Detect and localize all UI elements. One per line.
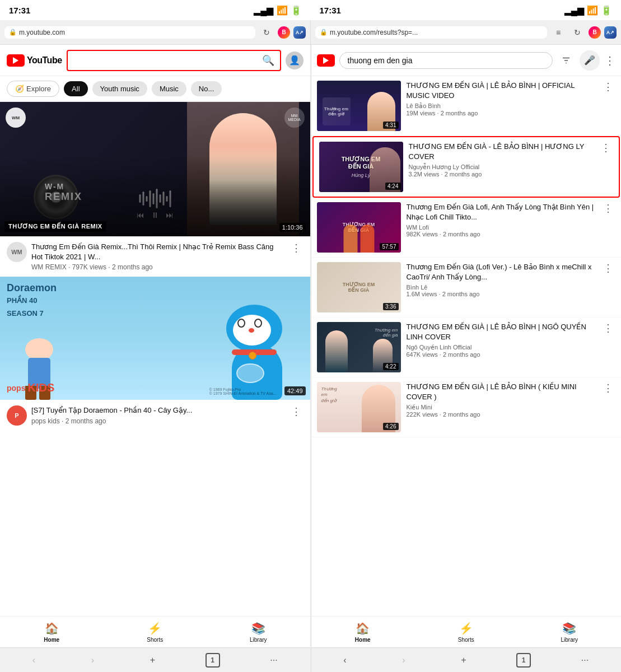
lock-icon-right: 🔒 xyxy=(320,29,328,36)
channel-avatar-pops: P xyxy=(7,405,27,426)
right-nav-library[interactable]: 📚 Library xyxy=(518,617,622,647)
library-icon-right: 📚 xyxy=(562,622,576,635)
result-title-3: Thương Em Đến Già Lofi, Anh Thấy Lòng Th… xyxy=(407,202,596,222)
right-more-browser-btn[interactable]: ··· xyxy=(576,652,594,669)
result-item-4[interactable]: THƯƠNG EMĐẾN GIÀ 3:36 Thương Em Đến Già … xyxy=(311,258,622,318)
result-more-btn-2[interactable]: ⋮ xyxy=(599,142,613,192)
left-nav-home[interactable]: 🏠 Home xyxy=(0,617,104,647)
result-item-1[interactable]: Thương emđến giờ 4:31 THƯƠNG EM ĐẾN GIÀ … xyxy=(311,76,622,136)
result-channel-4: Bình Lê xyxy=(407,284,596,291)
right-tab-count[interactable]: 1 xyxy=(516,653,531,668)
left-azul-icon[interactable]: A↗ xyxy=(293,26,306,39)
result-more-btn-6[interactable]: ⋮ xyxy=(601,382,615,432)
left-add-tab-btn[interactable]: + xyxy=(144,652,161,669)
right-brave-icon[interactable]: B xyxy=(589,26,601,39)
left-url-bar[interactable]: 🔒 m.youtube.com xyxy=(4,26,255,39)
second-video-thumb[interactable]: Doraemon PHẦN 40 SEASON 7 xyxy=(0,277,310,400)
home-label-left: Home xyxy=(44,637,59,643)
home-icon-left: 🏠 xyxy=(45,622,59,635)
shorts-label-right: Shorts xyxy=(458,637,474,643)
right-status-icons: ▂▄▆ 📶 🔋 xyxy=(564,5,612,16)
video2-more-btn[interactable]: ⋮ xyxy=(289,405,304,418)
result-title-6: THƯƠNG EM ĐẾN GIÀ | LÊ BẢO BÌNH ( KIỀU M… xyxy=(407,382,596,402)
left-brave-icon[interactable]: B xyxy=(278,26,290,39)
thumb-duration-2: 4:24 xyxy=(385,183,400,190)
right-azul-icon[interactable]: A↗ xyxy=(604,26,617,39)
dora-copyright: © 1969 Fujiko-Pro© 1979 SHIN-EI Animatio… xyxy=(209,388,277,395)
right-battery-icon: 🔋 xyxy=(601,5,612,16)
left-avatar-btn[interactable]: 👤 xyxy=(286,52,304,69)
left-nav-shorts[interactable]: ⚡ Shorts xyxy=(104,617,207,647)
left-nav-library[interactable]: 📚 Library xyxy=(207,617,310,647)
right-back-btn[interactable]: ‹ xyxy=(338,652,352,669)
dora-subtitle1: PHẦN 40 xyxy=(7,296,38,305)
library-icon-left: 📚 xyxy=(251,622,265,635)
right-forward-btn[interactable]: › xyxy=(396,652,410,669)
left-yt-logo[interactable]: YouTube xyxy=(7,54,62,67)
result-meta-1: 19M views · 2 months ago xyxy=(407,110,596,116)
thumb-6: Thươngemđến giờ 4:26 xyxy=(317,382,401,432)
result-item-2[interactable]: THƯƠNG EM ĐẾN GIÀ Húng Lý 4:24 THƯƠNG EM… xyxy=(312,136,620,198)
right-more-menu-btn[interactable]: ⋮ xyxy=(604,54,615,67)
video1-more-btn[interactable]: ⋮ xyxy=(289,242,304,254)
result-more-btn-3[interactable]: ⋮ xyxy=(601,202,615,253)
right-refresh-btn[interactable]: ↻ xyxy=(569,25,585,40)
channel-avatar-wm: WM xyxy=(7,242,27,262)
right-nav-home[interactable]: 🏠 Home xyxy=(311,617,415,647)
result-meta-5: 647K views · 2 months ago xyxy=(407,351,596,358)
cat-no[interactable]: No... xyxy=(191,81,222,96)
left-forward-btn[interactable]: › xyxy=(86,652,100,669)
result-meta-6: 222K views · 2 months ago xyxy=(407,411,596,418)
result-more-btn-4[interactable]: ⋮ xyxy=(601,262,615,312)
result-item-5[interactable]: Thương emđến già 4:22 THƯƠNG EM ĐẾN GIÀ … xyxy=(311,318,622,377)
left-back-btn[interactable]: ‹ xyxy=(27,652,41,669)
home-label-right: Home xyxy=(355,637,371,643)
left-search-box[interactable]: 🔍 xyxy=(67,50,281,71)
cat-explore[interactable]: 🧭 Explore xyxy=(7,81,59,97)
video1-title: Thương Em Đến Già Remix...Thì Thôi Remix… xyxy=(31,242,284,262)
right-search-query: thuong em den gia xyxy=(348,56,545,65)
right-filter-btn[interactable] xyxy=(557,52,575,69)
left-browser-bar: 🔒 m.youtube.com ↻ B A↗ xyxy=(0,20,311,44)
result-item-3[interactable]: THƯƠNG EMĐẾN GIÀ 57:57 Thương Em Đến Già… xyxy=(311,198,622,258)
library-label-right: Library xyxy=(561,637,578,643)
right-yt-logo[interactable] xyxy=(317,54,335,67)
video2-info[interactable]: P [S7] Tuyển Tập Doraemon - Phần 40 - Câ… xyxy=(0,400,310,431)
result-more-btn-5[interactable]: ⋮ xyxy=(601,322,615,372)
cat-youth-music[interactable]: Youth music xyxy=(92,81,147,96)
left-more-btn[interactable]: ··· xyxy=(264,652,283,669)
thumb-2: THƯƠNG EM ĐẾN GIÀ Húng Lý 4:24 xyxy=(319,142,403,192)
left-browser-nav: ‹ › + 1 ··· xyxy=(0,647,310,672)
left-tab-count[interactable]: 1 xyxy=(206,653,220,668)
cat-music[interactable]: Music xyxy=(152,81,186,96)
video2-text: [S7] Tuyển Tập Doraemon - Phần 40 - Cây … xyxy=(31,405,284,424)
dora-subtitle2: SEASON 7 xyxy=(7,309,44,318)
right-search-bar[interactable]: thuong em den gia xyxy=(339,52,553,69)
left-search-input[interactable] xyxy=(73,56,262,65)
right-menu-btn[interactable]: ≡ xyxy=(550,25,566,40)
right-mic-btn[interactable]: 🎤 xyxy=(580,50,600,71)
thumb-3: THƯƠNG EMĐẾN GIÀ 57:57 xyxy=(317,202,401,253)
left-search-btn[interactable]: 🔍 xyxy=(262,54,274,67)
featured-video[interactable]: WM MMMEDIA xyxy=(0,102,310,236)
right-nav-shorts[interactable]: ⚡ Shorts xyxy=(414,617,518,647)
video2-meta: pops kids · 2 months ago xyxy=(31,417,284,425)
video1-info[interactable]: WM Thương Em Đến Già Remix...Thì Thôi Re… xyxy=(0,236,310,277)
result-item-6[interactable]: Thươngemđến giờ 4:26 THƯƠNG EM ĐẾN GIÀ |… xyxy=(311,377,622,437)
search-results-list: Thương emđến giờ 4:31 THƯƠNG EM ĐẾN GIÀ … xyxy=(311,76,622,616)
dora-title: Doraemon xyxy=(7,282,57,294)
left-wifi-icon: 📶 xyxy=(277,5,288,16)
pops-text: pops xyxy=(7,384,25,393)
right-url-bar[interactable]: 🔒 m.youtube.com/results?sp=... xyxy=(315,26,547,39)
cat-all[interactable]: All xyxy=(64,81,87,96)
right-add-tab-btn[interactable]: + xyxy=(455,652,471,669)
youtube-logo-icon-right xyxy=(317,54,335,67)
thumb-duration-3: 57:57 xyxy=(380,243,398,250)
cat-music-label: Music xyxy=(160,85,179,93)
video1-meta: WM REMIX · 797K views · 2 months ago xyxy=(31,263,284,271)
result-channel-5: Ngô Quyền Linh Official xyxy=(407,344,596,351)
left-refresh-btn[interactable]: ↻ xyxy=(259,25,274,40)
result-channel-6: Kiều Mini xyxy=(407,404,596,411)
result-info-5: THƯƠNG EM ĐẾN GIÀ | LÊ BẢO BÌNH | NGÔ QU… xyxy=(407,322,596,372)
result-more-btn-1[interactable]: ⋮ xyxy=(601,81,615,131)
